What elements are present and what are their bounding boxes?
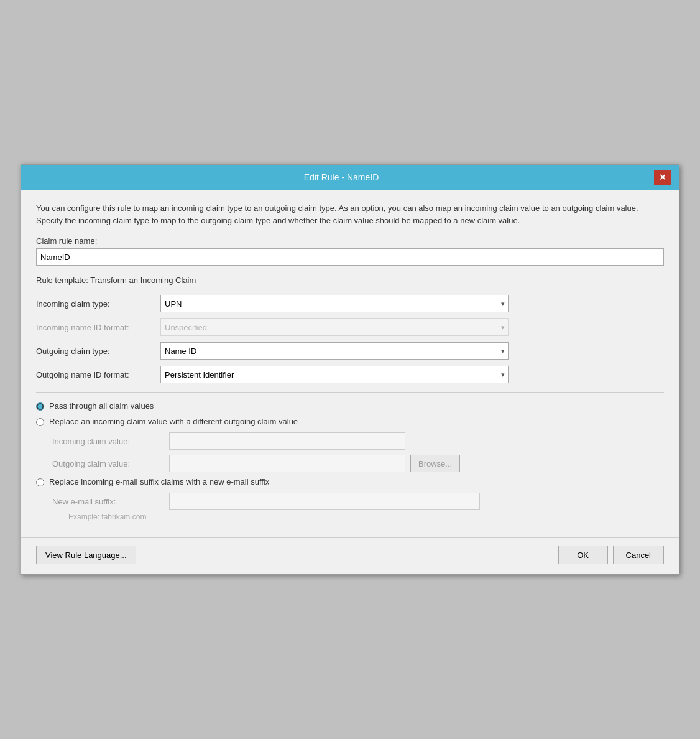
incoming-claim-value-row: Incoming claim value:: [52, 432, 664, 450]
dialog-content: You can configure this rule to map an in…: [21, 190, 679, 537]
description-text: You can configure this rule to map an in…: [36, 202, 664, 226]
outgoing-claim-type-wrapper: Name ID E-Mail Address Name Common Name …: [160, 342, 509, 360]
incoming-claim-type-wrapper: UPN E-Mail Address Name Common Name Disp…: [160, 295, 509, 312]
edit-rule-window: Edit Rule - NameID ✕ You can configure t…: [21, 164, 679, 575]
replace-incoming-radio-row: Replace an incoming claim value with a d…: [36, 417, 664, 426]
pass-through-label[interactable]: Pass through all claim values: [49, 401, 154, 411]
replace-incoming-sub-form: Incoming claim value: Outgoing claim val…: [52, 432, 664, 472]
new-email-suffix-input[interactable]: [169, 493, 480, 510]
incoming-name-id-format-label: Incoming name ID format:: [36, 323, 160, 332]
outgoing-claim-value-row: Outgoing claim value: Browse...: [52, 455, 664, 472]
replace-email-label[interactable]: Replace incoming e-mail suffix claims wi…: [49, 477, 269, 486]
replace-email-radio-row: Replace incoming e-mail suffix claims wi…: [36, 477, 664, 486]
incoming-claim-type-row: Incoming claim type: UPN E-Mail Address …: [36, 295, 664, 312]
rule-template-label: Rule template: Transform an Incoming Cla…: [36, 276, 664, 285]
pass-through-radio-row: Pass through all claim values: [36, 401, 664, 411]
outgoing-claim-type-label: Outgoing claim type:: [36, 346, 160, 356]
incoming-claim-type-select[interactable]: UPN E-Mail Address Name Common Name Disp…: [160, 295, 509, 312]
incoming-name-id-format-wrapper: Unspecified Email X509SubjectName ▾: [160, 318, 509, 336]
outgoing-name-id-format-row: Outgoing name ID format: Persistent Iden…: [36, 366, 664, 383]
incoming-name-id-format-select[interactable]: Unspecified Email X509SubjectName: [160, 318, 509, 336]
incoming-claim-value-label: Incoming claim value:: [52, 437, 164, 446]
outgoing-claim-type-select[interactable]: Name ID E-Mail Address Name Common Name …: [160, 342, 509, 360]
replace-email-radio[interactable]: [36, 478, 44, 486]
incoming-name-id-format-row: Incoming name ID format: Unspecified Ema…: [36, 318, 664, 336]
new-email-suffix-label: New e-mail suffix:: [52, 497, 164, 506]
replace-incoming-label[interactable]: Replace an incoming claim value with a d…: [49, 417, 298, 426]
replace-email-sub-form: New e-mail suffix: Example: fabrikam.com: [52, 493, 664, 521]
outgoing-claim-value-input[interactable]: [169, 455, 405, 472]
pass-through-radio[interactable]: [36, 402, 44, 411]
view-rule-language-button[interactable]: View Rule Language...: [36, 546, 136, 564]
browse-button[interactable]: Browse...: [410, 455, 460, 472]
divider: [36, 392, 664, 393]
outgoing-name-id-format-select[interactable]: Persistent Identifier Unspecified Email …: [160, 366, 509, 383]
replace-incoming-radio[interactable]: [36, 418, 44, 426]
title-bar: Edit Rule - NameID ✕: [21, 165, 679, 190]
incoming-claim-type-label: Incoming claim type:: [36, 299, 160, 309]
incoming-claim-value-input[interactable]: [169, 432, 405, 450]
outgoing-claim-type-row: Outgoing claim type: Name ID E-Mail Addr…: [36, 342, 664, 360]
footer-right: OK Cancel: [558, 546, 664, 564]
ok-button[interactable]: OK: [558, 546, 608, 564]
dialog-footer: View Rule Language... OK Cancel: [21, 537, 679, 574]
new-email-suffix-row: New e-mail suffix:: [52, 493, 664, 510]
close-button[interactable]: ✕: [654, 170, 671, 185]
window-title: Edit Rule - NameID: [29, 172, 654, 182]
claim-rule-name-label: Claim rule name:: [36, 236, 664, 246]
outgoing-name-id-format-wrapper: Persistent Identifier Unspecified Email …: [160, 366, 509, 383]
claim-rule-name-input[interactable]: [36, 248, 664, 266]
cancel-button[interactable]: Cancel: [613, 546, 664, 564]
outgoing-name-id-format-label: Outgoing name ID format:: [36, 370, 160, 379]
outgoing-claim-value-label: Outgoing claim value:: [52, 459, 164, 468]
example-text: Example: fabrikam.com: [68, 513, 664, 521]
